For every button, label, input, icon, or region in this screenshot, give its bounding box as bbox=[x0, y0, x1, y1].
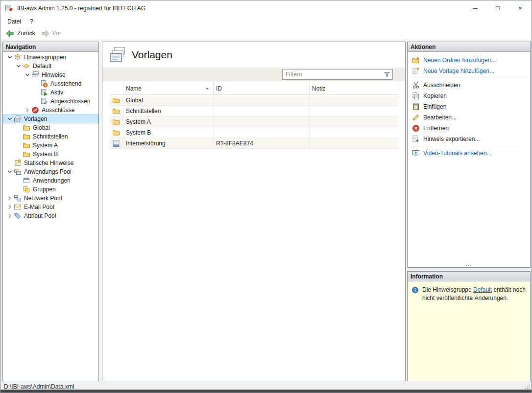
network-pool-icon bbox=[14, 194, 22, 202]
tree-item-system-a[interactable]: System A bbox=[3, 141, 98, 150]
action-ausschneiden[interactable]: Ausschneiden bbox=[408, 80, 530, 91]
action-entfernen[interactable]: Entfernen bbox=[408, 123, 530, 134]
tree-item-ausstehend[interactable]: Ausstehend bbox=[3, 79, 98, 88]
tree-item-schnittstellen[interactable]: Schnittstellen bbox=[3, 132, 98, 141]
action-kopieren[interactable]: Kopieren bbox=[408, 91, 530, 101]
minimize-button[interactable]: ─ bbox=[464, 0, 486, 16]
table-row-system-a[interactable]: System A bbox=[109, 116, 398, 127]
row-icon-cell bbox=[109, 106, 123, 116]
pending-icon bbox=[40, 80, 48, 88]
menu-item-datei[interactable]: Datei bbox=[3, 17, 25, 26]
cut-icon bbox=[412, 81, 420, 89]
row-icon-cell bbox=[109, 138, 123, 148]
static-hints-icon bbox=[14, 159, 22, 167]
chevron-down-icon[interactable] bbox=[15, 62, 23, 70]
video-icon bbox=[412, 149, 420, 157]
column-header-id[interactable]: ID bbox=[214, 82, 310, 94]
tree-item-label: Hinweisgruppen bbox=[23, 54, 67, 61]
tree-item-label: Global bbox=[32, 124, 51, 131]
folder-icon bbox=[112, 96, 120, 104]
actions-panel: Aktionen Neuen Ordner hinzufügen...Neue … bbox=[407, 42, 531, 268]
chevron-right-icon[interactable] bbox=[6, 212, 14, 220]
window-bottom-edge bbox=[0, 390, 532, 393]
action-einfuegen[interactable]: Einfügen bbox=[408, 101, 530, 112]
tree-item-label: Ausschlüsse bbox=[41, 107, 75, 114]
column-header-notiz[interactable]: Notiz bbox=[310, 82, 398, 94]
back-button[interactable]: Zurück bbox=[3, 28, 39, 39]
filter-input[interactable] bbox=[283, 71, 383, 78]
actions-panel-header: Aktionen bbox=[408, 42, 530, 52]
cell-name: Schnittstellen bbox=[123, 106, 214, 116]
cell-name: Global bbox=[123, 95, 214, 105]
app-pool-icon bbox=[14, 168, 22, 176]
action-bearbeiten[interactable]: Bearbeiten... bbox=[408, 112, 530, 123]
action-hinweis-exportieren[interactable]: Hinweis exportieren... bbox=[408, 134, 530, 144]
panel-more-handle[interactable]: … bbox=[408, 261, 530, 267]
folder-icon bbox=[23, 150, 30, 158]
chevron-right-icon[interactable] bbox=[6, 203, 14, 211]
tree-item-e-mail-pool[interactable]: E-Mail Pool bbox=[3, 203, 98, 211]
chevron-down-icon[interactable] bbox=[24, 71, 31, 79]
tree-item-global[interactable]: Global bbox=[3, 123, 98, 132]
chevron-spacer bbox=[32, 89, 40, 96]
information-text-before: Die Hinweisgruppe bbox=[422, 286, 473, 293]
template-icon bbox=[112, 139, 120, 147]
forward-arrow-icon bbox=[41, 29, 50, 38]
tree-item-label: E-Mail Pool bbox=[23, 204, 55, 210]
action-neuen-ordner-hinzufuegen[interactable]: Neuen Ordner hinzufügen... bbox=[408, 55, 530, 66]
action-video-tutorials-ansehen[interactable]: Video-Tutorials ansehen... bbox=[408, 148, 530, 159]
filter-funnel-icon[interactable] bbox=[383, 70, 391, 78]
information-text: Die Hinweisgruppe Default enthält noch n… bbox=[422, 286, 526, 302]
tree-item-vorlagen[interactable]: Vorlagen bbox=[3, 115, 98, 123]
tree-item-label: Netzwerk Pool bbox=[23, 195, 63, 202]
tree-item-anwendungen[interactable]: Anwendungen bbox=[3, 176, 98, 185]
chevron-down-icon[interactable] bbox=[6, 115, 14, 123]
default-group-link[interactable]: Default bbox=[473, 286, 492, 293]
table-row-schnittstellen[interactable]: Schnittstellen bbox=[109, 106, 398, 116]
toolbar: Zurück Vor bbox=[0, 27, 532, 40]
chevron-down-icon[interactable] bbox=[6, 168, 14, 176]
export-hint-icon bbox=[412, 135, 420, 143]
tree-item-ausschluesse[interactable]: Ausschlüsse bbox=[3, 106, 98, 115]
column-label: Name bbox=[126, 85, 142, 92]
table-row-internetstoerung[interactable]: InternetstörungRT-8F8AE874 bbox=[109, 138, 398, 149]
tree-item-aktiv[interactable]: Aktiv bbox=[3, 88, 98, 97]
tree-item-hinweise[interactable]: Hinweise bbox=[3, 70, 98, 79]
table-row-global[interactable]: Global bbox=[109, 95, 398, 106]
tree-item-gruppen[interactable]: Gruppen bbox=[3, 185, 98, 194]
templates-icon bbox=[14, 115, 22, 123]
separator bbox=[412, 78, 526, 78]
tree-item-label: System B bbox=[32, 151, 59, 158]
tree-item-label: Anwendungen bbox=[32, 177, 72, 184]
tree-item-hinweisgruppen[interactable]: Hinweisgruppen bbox=[3, 53, 98, 62]
chevron-right-icon[interactable] bbox=[6, 194, 14, 202]
chevron-down-icon[interactable] bbox=[6, 53, 14, 61]
action-label: Entfernen bbox=[423, 125, 449, 132]
tree-item-statische-hinweise[interactable]: Statische Hinweise bbox=[3, 159, 98, 167]
cell-id bbox=[214, 127, 310, 138]
tree-item-netzwerk-pool[interactable]: Netzwerk Pool bbox=[3, 194, 98, 203]
menu-item-help[interactable]: ? bbox=[25, 17, 38, 26]
back-button-label: Zurück bbox=[17, 30, 35, 37]
maximize-button[interactable]: □ bbox=[486, 0, 509, 16]
tree-item-system-b[interactable]: System B bbox=[3, 150, 98, 159]
tree-item-attribut-pool[interactable]: Attribut Pool bbox=[3, 211, 98, 220]
tree-item-anwendungs-pool[interactable]: Anwendungs Pool bbox=[3, 167, 98, 176]
window-controls: ─ □ × bbox=[464, 0, 532, 16]
folder-icon bbox=[23, 141, 30, 149]
column-header-name[interactable]: Name bbox=[123, 82, 214, 94]
chevron-spacer bbox=[15, 133, 23, 140]
tree-item-default[interactable]: Default bbox=[3, 62, 98, 70]
table-row-system-b[interactable]: System B bbox=[109, 127, 398, 138]
folder-icon bbox=[23, 124, 30, 132]
forward-button[interactable]: Vor bbox=[39, 28, 65, 39]
tree-item-label: Default bbox=[32, 63, 52, 69]
tree-item-abgeschlossen[interactable]: Abgeschlossen bbox=[3, 97, 98, 106]
tree-item-label: Hinweise bbox=[41, 71, 67, 78]
close-button[interactable]: × bbox=[509, 0, 532, 16]
tree-item-label: Schnittstellen bbox=[32, 133, 69, 140]
column-label: Notiz bbox=[312, 85, 325, 92]
action-neue-vorlage-hinzufuegen[interactable]: Neue Vorlage hinzufügen... bbox=[408, 66, 530, 76]
chevron-right-icon[interactable] bbox=[24, 106, 31, 114]
done-icon bbox=[40, 97, 48, 105]
